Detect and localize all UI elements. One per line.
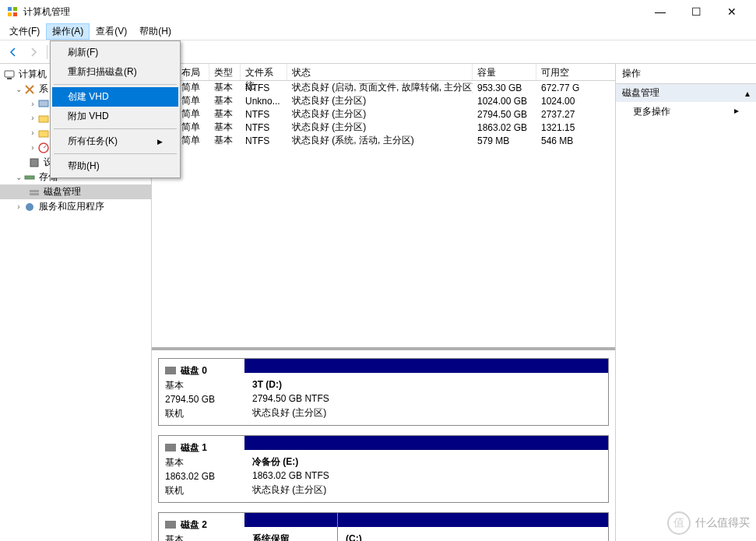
svg-rect-5 <box>7 78 12 79</box>
disk-2-vol-reserved[interactable]: 系统保留 <box>244 513 338 541</box>
services-icon <box>23 201 36 213</box>
disk-icon <box>165 444 176 451</box>
svg-rect-6 <box>39 100 48 107</box>
disk-0-info: 磁盘 0 基本 2794.50 GB 联机 <box>159 359 244 425</box>
svg-rect-15 <box>165 367 176 374</box>
col-filesystem[interactable]: 文件系统 <box>241 64 287 80</box>
window-title: 计算机管理 <box>23 5 642 19</box>
disk-row-0[interactable]: 磁盘 0 基本 2794.50 GB 联机 3T (D:) 2794.50 GB… <box>158 358 609 426</box>
back-button[interactable] <box>5 44 22 61</box>
menubar: 文件(F) 操作(A) 查看(V) 帮助(H) <box>0 23 756 40</box>
svg-rect-10 <box>30 159 38 167</box>
watermark: 值 什么值得买 <box>667 511 750 535</box>
action-context-menu: 刷新(F) 重新扫描磁盘(R) 创建 VHD 附加 VHD 所有任务(K)▶ 帮… <box>50 40 181 178</box>
performance-icon <box>37 142 50 154</box>
ctx-rescan[interactable]: 重新扫描磁盘(R) <box>52 62 178 82</box>
disk-mgmt-icon <box>28 186 40 198</box>
menu-file[interactable]: 文件(F) <box>3 23 46 40</box>
menu-help[interactable]: 帮助(H) <box>133 23 178 40</box>
disk-1-info: 磁盘 1 基本 1863.02 GB 联机 <box>159 436 244 502</box>
submenu-arrow-icon: ▶ <box>157 138 163 146</box>
chevron-right-icon: ▸ <box>734 105 739 118</box>
col-status[interactable]: 状态 <box>287 64 473 80</box>
actions-more[interactable]: 更多操作 ▸ <box>616 102 756 121</box>
watermark-text: 什么值得买 <box>695 516 750 530</box>
menu-view[interactable]: 查看(V) <box>90 23 133 40</box>
ctx-help[interactable]: 帮助(H) <box>52 156 178 176</box>
minimize-button[interactable]: — <box>642 0 678 23</box>
svg-rect-13 <box>30 193 39 195</box>
device-icon <box>28 156 40 169</box>
ctx-all-tasks[interactable]: 所有任务(K)▶ <box>52 132 178 151</box>
folder-icon <box>37 127 50 139</box>
disk-0-volume[interactable]: 3T (D:) 2794.50 GB NTFS 状态良好 (主分区) <box>244 359 608 425</box>
svg-rect-12 <box>30 190 39 192</box>
disk-icon <box>37 97 50 110</box>
actions-header: 操作 <box>616 64 756 84</box>
svg-rect-3 <box>13 12 17 16</box>
table-row[interactable]: 简单基本Unkno...状态良好 (主分区)1024.00 GB1024.00 <box>152 94 615 107</box>
col-type[interactable]: 类型 <box>209 64 241 80</box>
storage-icon <box>23 171 36 184</box>
forward-button[interactable] <box>25 44 42 61</box>
table-row[interactable]: 简单基本NTFS状态良好 (系统, 活动, 主分区)579 MB546 MB <box>152 134 615 147</box>
svg-rect-7 <box>39 116 48 122</box>
disk-1-volume[interactable]: 冷备份 (E:) 1863.02 GB NTFS 状态良好 (主分区) <box>244 436 608 502</box>
tree-root-label: 计算机 <box>19 68 47 81</box>
main-panel: 布局 类型 文件系统 状态 容量 可用空 简单基本NTFS状态良好 (启动, 页… <box>152 64 616 541</box>
close-button[interactable]: ✕ <box>714 0 750 23</box>
svg-rect-11 <box>25 176 34 179</box>
tree-services[interactable]: › 服务和应用程序 <box>0 199 151 214</box>
svg-rect-4 <box>5 71 14 77</box>
svg-rect-17 <box>165 521 176 529</box>
watermark-logo: 值 <box>667 511 691 535</box>
disk-row-2[interactable]: 磁盘 2 基本 系统保留 (C:) <box>158 512 609 541</box>
chevron-up-icon: ▴ <box>745 88 750 99</box>
ctx-refresh[interactable]: 刷新(F) <box>52 43 178 62</box>
disk-row-1[interactable]: 磁盘 1 基本 1863.02 GB 联机 冷备份 (E:) 1863.02 G… <box>158 435 609 503</box>
ctx-attach-vhd[interactable]: 附加 VHD <box>52 107 178 126</box>
actions-panel: 操作 磁盘管理 ▴ 更多操作 ▸ <box>616 64 756 541</box>
volume-table: 布局 类型 文件系统 状态 容量 可用空 简单基本NTFS状态良好 (启动, 页… <box>152 64 615 347</box>
tools-icon <box>23 83 36 96</box>
svg-rect-8 <box>39 131 48 137</box>
disk-2-info: 磁盘 2 基本 <box>159 513 244 541</box>
col-capacity[interactable]: 容量 <box>473 64 536 80</box>
table-row[interactable]: 简单基本NTFS状态良好 (主分区)1863.02 GB1321.15 <box>152 121 615 134</box>
svg-rect-0 <box>8 7 12 11</box>
tree-disk-management[interactable]: 磁盘管理 <box>0 184 151 199</box>
svg-rect-1 <box>13 7 17 11</box>
disk-icon <box>165 521 176 529</box>
table-header: 布局 类型 文件系统 状态 容量 可用空 <box>152 64 615 81</box>
table-row[interactable]: 简单基本NTFS状态良好 (主分区)2794.50 GB2737.27 <box>152 107 615 121</box>
folder-icon <box>37 112 50 125</box>
maximize-button[interactable]: ☐ <box>678 0 714 23</box>
app-icon <box>6 5 19 18</box>
table-row[interactable]: 简单基本NTFS状态良好 (启动, 页面文件, 故障转储, 主分区)953.30… <box>152 81 615 94</box>
computer-icon <box>3 69 16 81</box>
disk-graphical-panel: 磁盘 0 基本 2794.50 GB 联机 3T (D:) 2794.50 GB… <box>152 347 615 541</box>
ctx-create-vhd[interactable]: 创建 VHD <box>52 87 178 107</box>
menu-action[interactable]: 操作(A) <box>46 23 90 40</box>
svg-rect-2 <box>8 12 12 16</box>
collapse-icon[interactable]: ⌄ <box>14 85 23 93</box>
svg-point-14 <box>26 203 33 211</box>
titlebar: 计算机管理 — ☐ ✕ <box>0 0 756 23</box>
tree-system-label: 系 <box>39 83 48 96</box>
col-free[interactable]: 可用空 <box>536 64 582 80</box>
disk-2-vol-c[interactable]: (C:) <box>338 513 608 541</box>
col-layout[interactable]: 布局 <box>177 64 209 80</box>
disk-icon <box>165 367 176 374</box>
actions-section-disk[interactable]: 磁盘管理 ▴ <box>616 84 756 102</box>
collapse-icon[interactable]: ⌄ <box>14 173 23 181</box>
svg-rect-16 <box>165 444 176 451</box>
expand-icon[interactable]: › <box>14 202 23 211</box>
